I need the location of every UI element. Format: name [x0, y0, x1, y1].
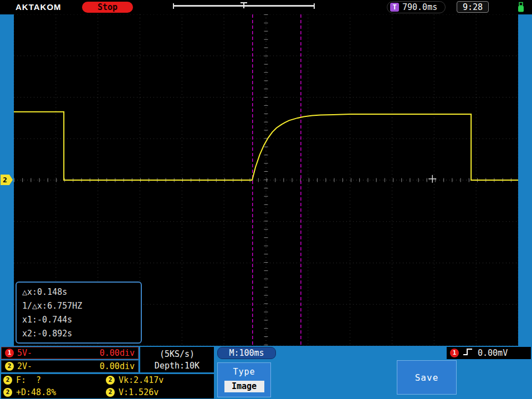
top-status-bar: AKTAKOM Stop T 790.0ms 9:28: [0, 0, 532, 14]
sample-rate: (5KS/s): [160, 349, 195, 359]
measure-frequency-cell: 2 F: ?: [3, 375, 106, 385]
type-selected-value[interactable]: Image: [224, 381, 264, 392]
trigger-time-readout: T 790.0ms: [387, 1, 446, 13]
measure-v: V:1.526v: [119, 387, 158, 397]
ch1-scale: 5V-: [17, 348, 32, 358]
acquisition-status-badge: Stop: [82, 2, 133, 13]
measure-vk-cell: 2 Vk:2.417v: [106, 375, 212, 385]
ch2-status-panel: 2 2V- 0.00div: [1, 360, 139, 372]
ch2-scale: 2V-: [17, 361, 32, 371]
ch2-badge: 2: [5, 362, 14, 371]
rising-edge-icon: [462, 347, 474, 359]
cursor-measurement-panel: △x:0.148s 1/△x:6.757HZ x1:-0.744s x2:-0.…: [16, 282, 142, 344]
oscilloscope-screen: AKTAKOM Stop T 790.0ms 9:28 2 △x:0.148s …: [0, 0, 532, 399]
trigger-level-panel: 1 0.00mV: [447, 347, 531, 359]
cursor-x2: x2:-0.892s: [22, 327, 141, 341]
measure-ch-badge: 2: [3, 388, 12, 397]
acquisition-info-panel: (5KS/s) Depth:10K: [140, 347, 214, 372]
save-button[interactable]: Save: [397, 360, 457, 395]
trigger-position-marker-icon: [241, 2, 247, 9]
window-right-bracket: [314, 3, 315, 9]
cursor-x1: x1:-0.744s: [22, 313, 141, 327]
measurement-panel: 2 F: ? 2 Vk:2.417v 2 +D:48.8% 2 V:1.526v: [1, 374, 214, 398]
measure-frequency: F: ?: [16, 375, 41, 385]
measure-ch-badge: 2: [106, 376, 115, 385]
type-button[interactable]: Type Image: [217, 362, 271, 397]
measure-duty-cell: 2 +D:48.8%: [3, 387, 106, 397]
save-button-label: Save: [415, 372, 439, 383]
measure-vk: Vk:2.417v: [119, 375, 163, 385]
channel2-marker-label: 2: [3, 176, 7, 184]
usb-drive-icon: [516, 2, 525, 13]
trigger-t-icon: T: [390, 3, 399, 12]
ch1-status-panel: 1 5V- 0.00div: [1, 347, 139, 359]
cursor-delta-x: △x:0.148s: [22, 285, 141, 299]
trigger-level-value: 0.00mV: [478, 348, 508, 358]
ch1-offset: 0.00div: [100, 348, 135, 358]
cursor-frequency: 1/△x:6.757HZ: [22, 299, 141, 313]
memory-depth: Depth:10K: [155, 361, 200, 371]
trigger-source-badge: 1: [450, 349, 459, 357]
type-button-label: Type: [218, 367, 270, 377]
brand-logo: AKTAKOM: [16, 2, 62, 12]
ch2-offset: 0.00div: [100, 361, 135, 371]
measure-ch-badge: 2: [106, 388, 115, 397]
waveform-display-area: △x:0.148s 1/△x:6.757HZ x1:-0.744s x2:-0.…: [14, 14, 518, 346]
memory-window-bar: [173, 5, 315, 7]
timebase-readout: M:100ms: [217, 347, 276, 359]
measure-v-cell: 2 V:1.526v: [106, 387, 212, 397]
ch1-badge: 1: [5, 349, 14, 357]
trigger-time-value: 790.0ms: [402, 2, 437, 12]
measure-duty: +D:48.8%: [16, 387, 56, 397]
window-left-bracket: [173, 3, 174, 9]
measure-ch-badge: 2: [3, 376, 12, 385]
clock: 9:28: [457, 1, 489, 13]
channel2-position-marker: 2: [1, 175, 13, 185]
